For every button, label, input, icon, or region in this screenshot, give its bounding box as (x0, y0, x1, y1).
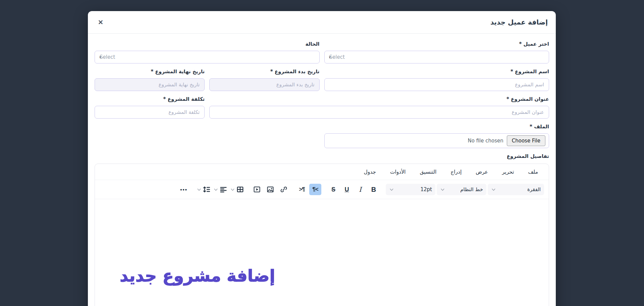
add-client-modal: إضافة عميل جديد ✕ اختر عميل * Select ▾ ا… (88, 11, 556, 306)
field-status: الحالة Select ▾ (95, 40, 320, 63)
field-file: الملف * No file chosen Choose File (324, 122, 549, 148)
align-dropdown-button[interactable] (213, 185, 228, 193)
status-label: الحالة (95, 40, 320, 48)
choose-file-button[interactable]: Choose File (507, 135, 545, 146)
italic-icon: I (359, 185, 362, 193)
media-icon (253, 185, 261, 193)
font-size-value: 12pt (421, 186, 432, 192)
italic-button[interactable]: I (354, 184, 366, 195)
ellipsis-icon: ••• (180, 187, 187, 192)
editor-toolbar: الفقرة خط النظام 12pt B (95, 180, 549, 199)
strikethrough-button[interactable]: S (327, 184, 339, 195)
chevron-down-icon: ▾ (329, 55, 331, 59)
status-select-value: Select (100, 54, 115, 60)
end-date-label: تاريخ نهاية المشروع * (95, 67, 205, 76)
rtl-direction-button[interactable]: ¶< (309, 184, 321, 195)
toolbar-direction-group: ¶< >¶ (296, 184, 321, 195)
chevron-down-icon (213, 187, 218, 192)
status-select[interactable]: Select ▾ (95, 51, 320, 63)
client-label: اختر عميل * (324, 40, 549, 48)
ltr-direction-button[interactable]: >¶ (296, 184, 308, 195)
media-button[interactable] (251, 184, 263, 195)
underline-icon: U (345, 186, 349, 193)
font-size-dropdown[interactable]: 12pt (386, 184, 435, 195)
chevron-down-icon (491, 187, 496, 192)
modal-header: إضافة عميل جديد ✕ (88, 11, 556, 34)
table-dropdown-button[interactable] (229, 185, 245, 193)
close-icon[interactable]: ✕ (96, 18, 105, 27)
chevron-down-icon (389, 187, 394, 192)
editor-menubar: ملف تحرير عرض إدراج التنسيق الأدوات جدول (95, 164, 549, 180)
table-icon (236, 185, 244, 193)
menu-edit[interactable]: تحرير (500, 169, 516, 175)
field-end-date: تاريخ نهاية المشروع * (95, 67, 205, 91)
project-title-label: عنوان المشروع * (209, 95, 549, 103)
font-family-dropdown[interactable]: خط النظام (437, 184, 486, 195)
bold-icon: B (371, 186, 376, 193)
menu-table[interactable]: جدول (362, 169, 378, 175)
chevron-down-icon: ▾ (99, 55, 101, 59)
link-icon (280, 185, 288, 193)
ltr-icon: >¶ (299, 186, 305, 193)
bold-button[interactable]: B (368, 184, 380, 195)
toolbar-insert-group (251, 184, 290, 195)
file-status-text: No file chosen (468, 138, 503, 144)
project-title-input[interactable] (209, 106, 549, 119)
client-select[interactable]: Select ▾ (324, 51, 549, 63)
menu-file[interactable]: ملف (526, 169, 540, 175)
paragraph-style-dropdown[interactable]: الفقرة (488, 184, 544, 195)
project-form: اختر عميل * Select ▾ الحالة Select ▾ اسم… (88, 34, 556, 306)
link-button[interactable] (278, 184, 290, 195)
spacer (95, 122, 320, 148)
chevron-down-icon (197, 187, 202, 192)
paragraph-style-value: الفقرة (527, 186, 541, 192)
project-name-input[interactable] (324, 78, 549, 91)
image-button[interactable] (264, 184, 276, 195)
toolbar-dropdown-group: الفقرة خط النظام 12pt (386, 184, 544, 195)
font-family-value: خط النظام (460, 186, 483, 192)
toolbar-layout-group (196, 185, 245, 193)
project-cost-input[interactable] (95, 106, 205, 119)
align-left-icon (219, 185, 227, 193)
field-details: تفاصيل المشروع ملف تحرير عرض إدراج التنس… (95, 152, 549, 306)
rtl-icon: ¶< (312, 186, 318, 193)
image-icon (266, 185, 274, 193)
field-project-name: اسم المشروع * (324, 67, 549, 91)
menu-view[interactable]: عرض (474, 169, 490, 175)
editor-content-area[interactable]: إضافة مشروع جديد (95, 199, 549, 306)
client-select-value: Select (329, 54, 345, 60)
line-height-dropdown-button[interactable] (196, 185, 211, 193)
more-button[interactable]: ••• (178, 184, 190, 195)
rich-text-editor: ملف تحرير عرض إدراج التنسيق الأدوات جدول… (95, 164, 549, 306)
file-label: الملف * (324, 122, 549, 131)
chevron-down-icon (440, 187, 445, 192)
menu-tools[interactable]: الأدوات (388, 169, 408, 175)
underline-button[interactable]: U (341, 184, 353, 195)
menu-insert[interactable]: إدراج (448, 169, 464, 175)
end-date-input[interactable] (95, 78, 205, 91)
modal-title: إضافة عميل جديد (490, 18, 548, 26)
toolbar-format-group: B I U S (327, 184, 380, 195)
editor-content-heading: إضافة مشروع جديد (120, 266, 275, 286)
strikethrough-icon: S (331, 186, 335, 193)
start-date-label: تاريخ بدء المشروع * (209, 67, 319, 76)
field-start-date: تاريخ بدء المشروع * (209, 67, 319, 91)
project-name-label: اسم المشروع * (324, 67, 549, 76)
file-input[interactable]: No file chosen Choose File (324, 133, 549, 148)
toolbar-more-group: ••• (178, 184, 190, 195)
start-date-input[interactable] (209, 78, 319, 91)
menu-format[interactable]: التنسيق (418, 169, 438, 175)
screen: { "modal": { "title": "إضافة عميل جديد",… (0, 0, 644, 306)
details-label: تفاصيل المشروع (95, 152, 549, 161)
chevron-down-icon (230, 187, 235, 192)
field-project-cost: تكلفة المشروع * (95, 95, 205, 119)
field-client: اختر عميل * Select ▾ (324, 40, 549, 63)
project-cost-label: تكلفة المشروع * (95, 95, 205, 103)
line-height-icon (203, 185, 211, 193)
field-project-title: عنوان المشروع * (209, 95, 549, 119)
